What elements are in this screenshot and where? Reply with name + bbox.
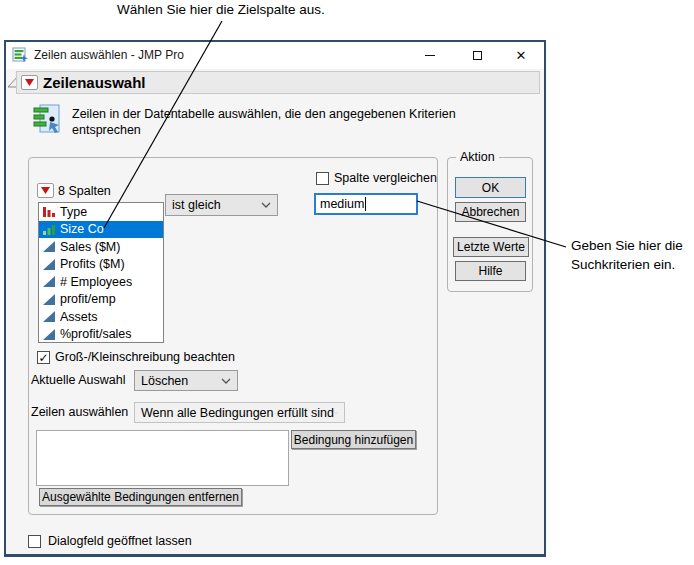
column-label: profit/emp (60, 292, 116, 306)
action-group: Aktion OK Abbrechen Letzte Werte Hilfe (447, 157, 533, 292)
column-label: Type (60, 205, 87, 219)
title-bar: Zeilen auswählen - JMP Pro ✕ (6, 42, 544, 69)
criteria-value: medium (320, 197, 364, 211)
case-sensitive-label: Groß-/Kleinschreibung beachten (55, 350, 235, 364)
column-list-item[interactable]: Assets (39, 308, 163, 326)
criteria-input[interactable]: medium (314, 193, 418, 215)
close-button[interactable]: ✕ (508, 42, 534, 68)
select-rows-value: Wenn alle Bedingungen erfüllt sind (141, 406, 334, 420)
chevron-down-icon (221, 378, 231, 384)
action-group-title: Aktion (456, 150, 499, 164)
continuous-triangle-icon (42, 310, 56, 323)
compare-column-label: Spalte vergleichen (334, 171, 437, 185)
add-condition-button[interactable]: Bedingung hinzufügen (291, 430, 416, 449)
nominal-bars-red-icon (42, 205, 56, 218)
select-rows-dialog-icon (33, 104, 63, 134)
dialog-window: Zeilen auswählen - JMP Pro ✕ Zeilenauswa… (4, 40, 546, 557)
column-label: %profit/sales (60, 327, 132, 341)
minimize-icon (425, 55, 435, 56)
column-list-item[interactable]: profit/emp (39, 291, 163, 309)
help-button[interactable]: Hilfe (455, 261, 526, 281)
select-rows-dropdown[interactable]: Wenn alle Bedingungen erfüllt sind (134, 402, 345, 423)
criteria-panel: 8 Spalten Type Size Co Sales ($M) (28, 157, 438, 515)
column-label: Assets (60, 310, 98, 324)
annotation-line2: Suchkriterien ein. (571, 255, 691, 274)
select-rows-label: Zeilen auswählen (31, 405, 128, 419)
annotation-search-criteria: Geben Sie hier die Suchkriterien ein. (571, 236, 691, 274)
column-list-item[interactable]: Sales ($M) (39, 238, 163, 256)
minimize-button[interactable] (417, 42, 443, 68)
operator-dropdown[interactable]: ist gleich (165, 194, 278, 216)
continuous-triangle-icon (42, 240, 56, 253)
operator-value: ist gleich (172, 198, 221, 212)
red-triangle-icon (39, 185, 52, 196)
window-title: Zeilen auswählen - JMP Pro (34, 48, 184, 62)
continuous-triangle-icon (42, 293, 56, 306)
text-caret (365, 197, 366, 211)
last-values-button[interactable]: Letzte Werte (453, 237, 529, 257)
annotation-target-column: Wählen Sie hier die Zielspalte aus. (117, 2, 325, 17)
current-selection-label: Aktuelle Auswahl (31, 373, 126, 387)
column-list-item[interactable]: %profit/sales (39, 326, 163, 344)
maximize-button[interactable] (464, 42, 490, 68)
continuous-triangle-icon (42, 258, 56, 271)
compare-column-checkbox[interactable] (316, 172, 329, 185)
chevron-down-icon (334, 410, 338, 416)
ordinal-bars-green-icon (42, 223, 56, 236)
cancel-button[interactable]: Abbrechen (455, 202, 526, 222)
ok-button[interactable]: OK (455, 177, 526, 198)
remove-conditions-button[interactable]: Ausgewählte Bedingungen entfernen (39, 488, 242, 506)
check-icon: ✓ (38, 352, 48, 364)
column-label: # Employees (60, 275, 132, 289)
jmp-app-icon (12, 47, 28, 63)
column-label: Size Co (60, 222, 104, 236)
column-label: Sales ($M) (60, 240, 120, 254)
outline-header: Zeilenauswahl (16, 71, 540, 94)
columns-red-triangle-button[interactable] (37, 183, 54, 198)
continuous-triangle-icon (42, 328, 56, 341)
screenshot-root: Wählen Sie hier die Zielspalte aus. Gebe… (0, 0, 694, 565)
dialog-description: Zeilen in der Datentabelle auswählen, di… (72, 106, 456, 138)
keep-dialog-open-label: Dialogfeld geöffnet lassen (48, 534, 192, 548)
current-selection-value: Löschen (141, 374, 188, 388)
column-list-item[interactable]: Profits ($M) (39, 256, 163, 274)
description-line1: Zeilen in der Datentabelle auswählen, di… (72, 106, 456, 122)
column-list-item[interactable]: # Employees (39, 273, 163, 291)
maximize-icon (473, 51, 482, 60)
column-list-item[interactable]: Type (39, 203, 163, 221)
outline-title: Zeilenauswahl (43, 74, 146, 91)
red-triangle-icon (23, 77, 36, 88)
keep-dialog-open-checkbox[interactable] (28, 535, 41, 548)
chevron-down-icon (261, 202, 271, 208)
description-line2: entsprechen (72, 122, 456, 138)
columns-count-label: 8 Spalten (58, 184, 111, 198)
column-list-item-selected[interactable]: Size Co (39, 221, 163, 239)
red-triangle-menu-button[interactable] (21, 75, 38, 90)
column-label: Profits ($M) (60, 257, 125, 271)
conditions-list[interactable] (36, 430, 289, 486)
continuous-triangle-icon (42, 275, 56, 288)
current-selection-dropdown[interactable]: Löschen (134, 370, 238, 391)
column-list[interactable]: Type Size Co Sales ($M) Profits ($M) (38, 202, 164, 343)
annotation-line1: Geben Sie hier die (571, 236, 691, 255)
case-sensitive-checkbox[interactable]: ✓ (37, 351, 50, 364)
